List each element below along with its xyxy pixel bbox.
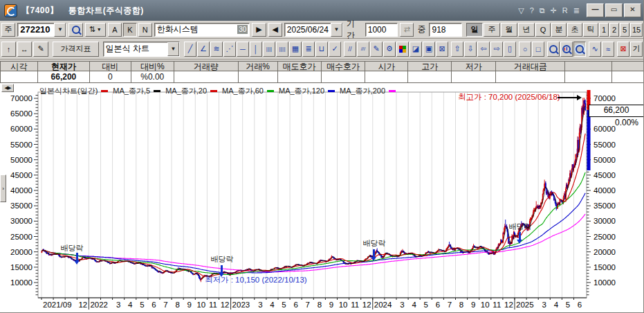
screen-icon[interactable]: ▽ (518, 6, 524, 15)
pencil-icon[interactable]: ✎ (370, 42, 383, 57)
interval-button-Q[interactable]: Q (535, 23, 551, 37)
stock-code-value[interactable]: 272210 (18, 24, 54, 35)
window-copy-icon[interactable]: ⧉ (540, 6, 545, 15)
multi-parallel-icon[interactable]: /// (357, 42, 369, 57)
quote-col-value (408, 71, 452, 83)
menu-list-icon[interactable]: ≣ (573, 6, 580, 15)
close-button[interactable]: ✕ (624, 3, 641, 17)
svg-text:4: 4 (270, 301, 275, 309)
palette-icon[interactable] (396, 42, 409, 57)
scroll-up-button[interactable]: ↑ (1, 42, 16, 57)
ex-dividend-arrow-icon (76, 253, 78, 260)
pane-splitter-button[interactable]: ◀▶ (1, 84, 14, 92)
interval-button-분[interactable]: 분 (551, 23, 567, 37)
interval-button-15[interactable]: 15 (630, 23, 643, 37)
rect-tool-icon[interactable]: □ (532, 42, 544, 57)
help-icon[interactable]: ? (530, 6, 534, 15)
count-value: 918 (430, 25, 461, 35)
fit-width-button[interactable]: ↔ (17, 42, 32, 57)
period-input[interactable]: 1000 (365, 23, 398, 37)
interval-button-초[interactable]: 초 (567, 23, 582, 37)
check-line-icon[interactable]: ✓ (329, 42, 341, 57)
period-adjust-button[interactable]: ⇄ (400, 23, 414, 37)
horizontal-line-icon[interactable]: ─ (237, 42, 249, 57)
interval-button-틱[interactable]: 틱 (583, 23, 598, 37)
delete-drawing-icon[interactable]: ⊠ (436, 42, 448, 57)
svg-text:30000: 30000 (10, 217, 33, 225)
interval-button-월[interactable]: 월 (501, 23, 517, 37)
svg-text:60000: 60000 (10, 125, 33, 133)
speed-line-icon[interactable]: ⋰ (223, 42, 236, 57)
stock-search-button[interactable] (68, 23, 82, 37)
filter-button-A[interactable]: A (108, 23, 122, 37)
quote-col-value (0, 71, 38, 83)
price-chart[interactable]: 7000070000650006500060000600005500055000… (0, 83, 644, 313)
eraser-icon[interactable]: ◪ (410, 42, 422, 57)
minimize-button[interactable]: — (587, 3, 604, 17)
document-icon[interactable]: ▯ (504, 42, 516, 57)
date-dropdown-icon[interactable]: ▼ (331, 23, 342, 37)
channel-icon[interactable]: ⊔ (315, 42, 328, 57)
clear-all-icon[interactable]: ⊠ (617, 42, 629, 57)
filter-button-K[interactable]: K (123, 23, 137, 37)
chart-type-select[interactable]: 일본식 차트 ▼ (103, 42, 180, 57)
chart-memo-button[interactable]: ✎ (33, 42, 49, 57)
circle-tool-icon[interactable]: ○ (519, 42, 531, 57)
legend-label: MA_종가,200 (340, 86, 385, 96)
row-lines-icon[interactable]: ≣ (302, 42, 315, 57)
count-input[interactable]: 918 (429, 23, 462, 37)
tool-button-groups: ╱∠≋⋰─│|||||||||▦≣⊔✓/////✎⚙◪▣⊠⇧⇩⇦⇨▯○□∿≈⊠기 (181, 42, 643, 57)
date-combo[interactable]: 2025/06/24 ▼ (284, 23, 343, 37)
wave-tool-icon[interactable]: ∿ (589, 42, 601, 57)
quote-col-header: 매도호가 (278, 61, 322, 71)
r-icon[interactable]: R (562, 6, 568, 15)
maximize-button[interactable]: ▭ (605, 3, 623, 17)
interval-button-1[interactable]: 1 (599, 23, 609, 37)
side-panel-toggle[interactable]: › (0, 175, 6, 202)
quote-col-value (239, 71, 278, 83)
interval-button-년[interactable]: 년 (518, 23, 535, 37)
vertical-line-icon[interactable]: │ (250, 42, 262, 57)
market-type-button[interactable]: 주 (1, 23, 15, 37)
interval-button-주[interactable]: 주 (484, 23, 500, 37)
sort-list-icon: ⇅ (89, 25, 95, 34)
price-indicator-button[interactable]: 가격지표 (53, 42, 98, 57)
interval-button-2[interactable]: 2 (609, 23, 619, 37)
dense-grid-icon[interactable]: ||||| (276, 42, 288, 57)
waves-tool-icon[interactable]: ≈ (602, 42, 614, 57)
next-stock-button[interactable]: ▶ (252, 23, 266, 37)
shift-left-icon[interactable]: ⇦ (477, 42, 490, 57)
table-grid-icon[interactable]: ▦ (289, 42, 302, 57)
zoom-reset-icon[interactable] (573, 42, 586, 57)
parallel-lines-icon[interactable]: // (344, 42, 356, 57)
select-region-icon[interactable]: ▣ (423, 42, 435, 57)
stock-code-dropdown-icon[interactable]: ▼ (54, 23, 66, 37)
pin-icon[interactable]: ✛ (551, 6, 557, 15)
svg-text:7: 7 (163, 301, 167, 309)
etc-button[interactable]: 기 (630, 42, 643, 57)
trend-line-icon[interactable]: ╱ (184, 42, 196, 57)
window-title-code: 【7400】 (21, 6, 59, 15)
svg-text:2021/09: 2021/09 (43, 301, 72, 309)
angle-line-icon[interactable]: ∠ (197, 42, 210, 57)
filter-button-N[interactable]: N (138, 23, 152, 37)
shift-down-icon[interactable]: ⇩ (464, 42, 477, 57)
zoom-area-icon[interactable] (547, 42, 560, 57)
interval-button-일[interactable]: 일 (466, 23, 483, 37)
stock-name-field[interactable]: 한화시스템 30 (154, 23, 250, 37)
interval-button-5[interactable]: 5 (620, 23, 629, 37)
zoom-indicator-icon[interactable] (560, 42, 573, 57)
quote-col-header: 시각 (0, 61, 38, 71)
palette-icon (399, 46, 403, 49)
chart-type-dropdown-icon[interactable]: ▼ (167, 42, 179, 56)
shift-right-icon[interactable]: ⇨ (490, 42, 503, 57)
quote-col-header: 거래대금 (496, 61, 565, 71)
stock-code-combo[interactable]: 272210 ▼ (17, 23, 66, 37)
stock-list-button[interactable]: ⇅▼ (85, 23, 106, 37)
tool-config-icon[interactable]: ⚙ (383, 42, 396, 57)
shift-up-icon[interactable]: ⇧ (451, 42, 463, 57)
vertical-grid-icon[interactable]: |||| (263, 42, 275, 57)
prev-stock-button[interactable]: ◀ (268, 23, 282, 37)
quote-col-header (612, 61, 644, 71)
fan-line-icon[interactable]: ≋ (210, 42, 223, 57)
